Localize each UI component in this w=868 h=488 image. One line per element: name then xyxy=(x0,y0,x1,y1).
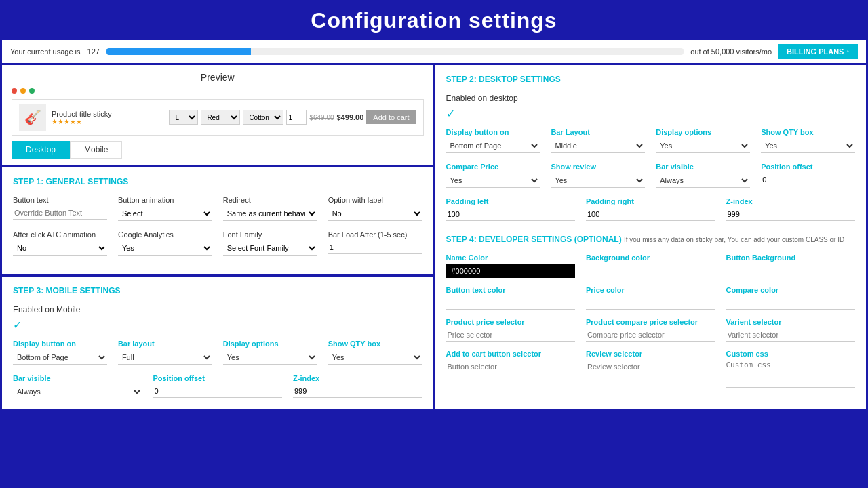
compare-price-field: Compare Price YesNo xyxy=(446,163,540,188)
mobile-z-index-input[interactable] xyxy=(293,385,422,398)
mobile-position-offset-input[interactable] xyxy=(153,385,283,398)
mobile-z-index-label: Z-index xyxy=(293,374,422,382)
option-with-label-select[interactable]: NoYes xyxy=(328,207,422,221)
bar-visible-select[interactable]: AlwaysOn Scroll xyxy=(656,174,750,188)
tab-mobile[interactable]: Mobile xyxy=(70,141,122,159)
google-analytics-field: Google Analytics YesNo xyxy=(118,230,212,256)
custom-css-input[interactable] xyxy=(726,361,856,388)
redirect-select[interactable]: Same as current behaviour xyxy=(223,207,317,221)
name-color-input[interactable]: #000000 xyxy=(446,264,576,278)
font-family-label: Font Family xyxy=(223,230,317,239)
variant-selector-input[interactable] xyxy=(726,329,856,342)
price-color-label: Price color xyxy=(586,286,715,294)
product-compare-price-selector-input[interactable] xyxy=(586,329,715,342)
button-text-input[interactable] xyxy=(13,207,107,220)
general-settings-panel: STEP 1: GENERAL SETTINGS Button text But… xyxy=(2,167,433,274)
mobile-display-options-label: Display options xyxy=(223,340,317,348)
z-index-field: Z-index xyxy=(726,197,856,221)
button-background-field: Button Background xyxy=(726,253,856,278)
add-to-cart-selector-input[interactable] xyxy=(446,361,576,373)
show-review-field: Show review YesNo xyxy=(551,163,645,188)
option-with-label-label: Option with label xyxy=(328,196,422,204)
compare-price-label: Compare Price xyxy=(446,163,540,171)
mobile-bar-visible-select[interactable]: AlwaysOn Scroll xyxy=(13,385,142,399)
z-index-label: Z-index xyxy=(726,197,856,205)
button-text-field: Button text xyxy=(13,196,107,221)
product-info: Product title sticky ★★★★★ xyxy=(52,110,163,125)
display-options-label: Display options xyxy=(656,128,750,136)
price-color-input[interactable] xyxy=(586,297,715,310)
button-background-input[interactable] xyxy=(726,264,856,277)
page-title: Configuration settings xyxy=(0,0,868,40)
step4-label: STEP 4: DEVELOPER SETTINGS (OPTIONAL) xyxy=(446,235,622,244)
display-button-on-label: Display button on xyxy=(446,128,540,136)
font-family-field: Font Family Select Font Family xyxy=(223,230,317,256)
left-top-container: Preview 🎸 Product title sticky ★★★★★ LSM… xyxy=(2,65,433,274)
bar-visible-label: Bar visible xyxy=(656,163,750,171)
price-color-field: Price color xyxy=(586,286,715,310)
padding-right-input[interactable] xyxy=(586,208,715,221)
color-select[interactable]: RedBlueGreen xyxy=(201,110,240,125)
mobile-bar-layout-label: Bar layout xyxy=(118,340,212,348)
compare-color-input[interactable] xyxy=(726,297,856,310)
mobile-bar-layout-select[interactable]: FullMiddleLeftRight xyxy=(118,350,212,365)
product-compare-price-selector-field: Product compare price selector xyxy=(586,318,715,342)
position-offset-input[interactable] xyxy=(761,174,855,186)
z-index-input[interactable] xyxy=(726,208,856,221)
product-price-selector-input[interactable] xyxy=(446,329,576,342)
button-text-label: Button text xyxy=(13,196,107,204)
billing-plans-button[interactable]: BILLING PLANS ↑ xyxy=(778,44,858,59)
font-family-select[interactable]: Select Font Family xyxy=(223,241,317,256)
price-old: $649.00 xyxy=(309,114,334,121)
tab-desktop[interactable]: Desktop xyxy=(12,141,70,159)
display-button-on-field: Display button on Bottom of PageTop of P… xyxy=(446,128,540,153)
variant-selector-field: Varient selector xyxy=(726,318,856,342)
mobile-position-offset-field: Position offset xyxy=(153,374,283,399)
display-options-select[interactable]: YesNo xyxy=(656,139,750,153)
material-select[interactable]: CottonSilk xyxy=(243,110,283,125)
padding-left-input[interactable] xyxy=(446,208,576,221)
step4-header: STEP 4: DEVELOPER SETTINGS (OPTIONAL) If… xyxy=(446,235,856,244)
button-animation-field: Button animation Select xyxy=(118,196,212,221)
google-analytics-select[interactable]: YesNo xyxy=(118,241,212,256)
mobile-display-button-on-select[interactable]: Bottom of PageTop of Page xyxy=(13,350,107,365)
background-color-input[interactable] xyxy=(586,264,715,277)
button-animation-select[interactable]: Select xyxy=(118,207,212,221)
bar-layout-select[interactable]: MiddleFullLeftRight xyxy=(551,139,645,153)
quantity-input[interactable] xyxy=(286,110,307,125)
mobile-enabled-checkmark[interactable]: ✓ xyxy=(13,319,422,331)
after-click-select[interactable]: NoYes xyxy=(13,241,107,256)
button-text-color-input[interactable] xyxy=(446,297,576,310)
mobile-bar-visible-field: Bar visible AlwaysOn Scroll xyxy=(13,374,142,399)
desktop-settings-panel: STEP 2: DESKTOP SETTINGS Enabled on desk… xyxy=(435,65,867,409)
bar-load-after-input[interactable] xyxy=(328,241,422,254)
show-qty-box-label: Show QTY box xyxy=(761,128,855,136)
show-qty-box-select[interactable]: YesNo xyxy=(761,139,855,153)
mobile-display-button-on-field: Display button on Bottom of PageTop of P… xyxy=(13,340,107,365)
product-name: Product title sticky xyxy=(52,110,163,118)
review-selector-input[interactable] xyxy=(586,361,715,373)
name-color-field: Name Color #000000 xyxy=(446,253,576,278)
step4-note: If you miss any data on sticky bar, You … xyxy=(624,236,844,243)
desktop-enabled-checkmark[interactable]: ✓ xyxy=(446,107,856,120)
background-color-label: Background color xyxy=(586,253,715,262)
usage-suffix: out of 50,000 visitors/mo xyxy=(690,47,772,56)
general-row-2: After click ATC animation NoYes Google A… xyxy=(13,230,422,256)
custom-css-field: Custom css xyxy=(726,350,856,388)
padding-left-label: Padding left xyxy=(446,197,576,205)
after-click-field: After click ATC animation NoYes xyxy=(13,230,107,256)
size-select[interactable]: LSMXL xyxy=(169,110,198,125)
mobile-position-offset-label: Position offset xyxy=(153,374,283,382)
show-review-select[interactable]: YesNo xyxy=(551,174,645,188)
add-to-cart-preview-button[interactable]: Add to cart xyxy=(366,110,416,124)
background-color-field: Background color xyxy=(586,253,715,278)
main-grid: Preview 🎸 Product title sticky ★★★★★ LSM… xyxy=(0,65,868,411)
dot-red xyxy=(12,88,17,94)
display-button-on-select[interactable]: Bottom of PageTop of Page xyxy=(446,139,540,153)
desktop-row-1: Display button on Bottom of PageTop of P… xyxy=(446,128,856,153)
add-to-cart-selector-field: Add to cart button selector xyxy=(446,350,576,388)
mobile-show-qty-box-select[interactable]: YesNo xyxy=(328,350,422,365)
mobile-display-options-field: Display options YesNo xyxy=(223,340,317,365)
mobile-display-options-select[interactable]: YesNo xyxy=(223,350,317,365)
compare-price-select[interactable]: YesNo xyxy=(446,174,540,188)
